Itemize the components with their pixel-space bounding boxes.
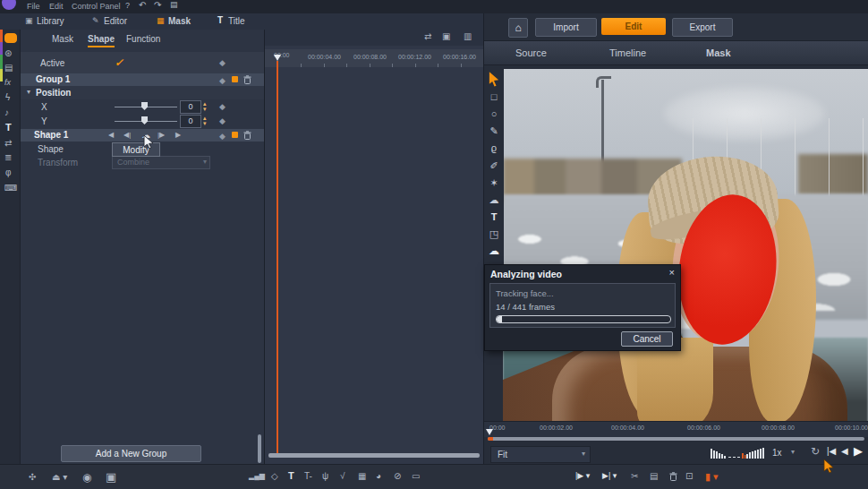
tab-editor[interactable]: Editor — [104, 16, 127, 26]
playhead-marker[interactable] — [274, 55, 281, 61]
tab-library[interactable]: Library — [37, 16, 64, 26]
text-tool-icon[interactable]: T — [485, 209, 503, 225]
fx-icon[interactable]: fx — [4, 79, 11, 87]
zoom-level-widget[interactable] — [711, 448, 766, 459]
first-frame-icon[interactable]: |◀ — [827, 447, 836, 456]
import-button[interactable]: Import — [535, 18, 597, 37]
prev-frame-icon[interactable]: ◀| — [123, 132, 131, 139]
split-icon[interactable]: ✂ — [631, 472, 638, 481]
chart-icon[interactable]: ▂▄▆ — [249, 473, 265, 480]
help-icon[interactable]: ? — [125, 2, 130, 10]
shape1-solo-icon[interactable] — [232, 132, 238, 138]
tab-player-mask[interactable]: Mask — [706, 47, 731, 58]
film-icon[interactable]: ▤ — [650, 472, 658, 481]
transform-tool-icon[interactable]: ◳ — [485, 226, 503, 242]
pen-tool-icon[interactable]: ✎ — [485, 123, 503, 139]
brush-tool-icon[interactable]: ✐ — [485, 158, 503, 174]
group1-keyframe-icon[interactable]: ◆ — [219, 76, 226, 85]
copy-icon[interactable]: ▣ — [442, 32, 450, 41]
keyframe-diamond-icon[interactable]: ◇ — [271, 472, 278, 481]
add-group-button[interactable]: Add a New Group — [61, 445, 201, 462]
trash-icon[interactable] — [669, 472, 677, 481]
home-button[interactable]: ⌂ — [508, 18, 528, 38]
step-back-icon[interactable]: ◀ — [841, 447, 848, 456]
tab-mask[interactable]: Mask — [168, 16, 191, 26]
position-row[interactable]: ▾ Position — [21, 86, 264, 99]
shape1-trash-icon[interactable] — [243, 131, 251, 140]
sphere-icon[interactable]: ◕ — [376, 472, 381, 481]
edit-button[interactable]: Edit — [601, 18, 666, 35]
preview-playhead[interactable] — [486, 429, 493, 435]
x-slider-thumb[interactable] — [141, 102, 148, 110]
playhead-line[interactable] — [277, 61, 278, 453]
transform-dropdown[interactable]: Combine ▾ — [112, 156, 210, 169]
title-text-icon[interactable]: T — [288, 471, 294, 481]
loop-icon[interactable]: ↻ — [811, 446, 820, 457]
active-keyframe-icon[interactable]: ◆ — [219, 58, 226, 67]
x-stepper[interactable]: ▴▾ — [203, 101, 207, 112]
group1-row[interactable]: Group 1 ◆ — [21, 73, 264, 86]
y-keyframe-icon[interactable]: ◆ — [219, 116, 226, 125]
subtab-mask[interactable]: Mask — [52, 34, 73, 44]
y-value-field[interactable]: 0 — [180, 115, 201, 128]
group1-solo-icon[interactable] — [232, 76, 238, 82]
menu-edit[interactable]: Edit — [49, 2, 64, 11]
redo-icon[interactable]: ↷ — [154, 1, 161, 10]
shape1-row[interactable]: Shape 1 ◀ ◀| ☁ |▶ ▶ ◆ — [21, 129, 264, 142]
tab-player-timeline[interactable]: Timeline — [609, 47, 646, 58]
filmstrip-icon[interactable]: ▥ — [464, 32, 472, 41]
y-stepper[interactable]: ▴▾ — [203, 116, 207, 126]
seek-bar[interactable] — [488, 437, 864, 441]
next-frame-icon[interactable]: |▶ — [157, 132, 165, 139]
properties-scrollbar[interactable] — [258, 434, 261, 463]
snapshot-icon[interactable]: ⊡ — [685, 472, 693, 481]
new-document-icon[interactable]: ▤ — [170, 1, 178, 9]
mark-out-icon[interactable]: ▶| ▾ — [602, 472, 617, 480]
nodes-icon[interactable]: ✣ — [29, 473, 36, 482]
fit-dropdown[interactable]: Fit ▾ — [490, 446, 591, 463]
mark-in-icon[interactable]: |▶ ▾ — [575, 472, 590, 480]
preview-ruler[interactable]: 00:00 00:00:02.00 00:00:04.00 00:00:06.0… — [484, 421, 868, 437]
pad-icon[interactable]: ⌨ — [4, 184, 17, 193]
ellipse-tool-icon[interactable]: ○ — [485, 106, 503, 122]
lasso-tool-icon[interactable]: ϱ — [485, 140, 503, 156]
x-value-field[interactable]: 0 — [180, 100, 201, 114]
rectangle-tool-icon[interactable]: □ — [485, 89, 503, 105]
play-icon[interactable]: ▶ — [854, 445, 863, 457]
battery-icon[interactable]: ▭ — [412, 472, 420, 481]
subtab-function[interactable]: Function — [126, 34, 160, 44]
layers-icon[interactable]: ≣ — [4, 153, 12, 162]
record-icon[interactable]: ◉ — [82, 472, 91, 483]
flash-icon[interactable]: ϟ — [5, 93, 10, 102]
undo-icon[interactable]: ↶ — [139, 1, 146, 10]
duplicate-window-icon[interactable]: ▣ — [106, 471, 116, 483]
speed-value[interactable]: 1x — [772, 448, 782, 458]
clip-icon[interactable]: ⊘ — [394, 472, 401, 481]
cancel-button[interactable]: Cancel — [621, 331, 673, 347]
mask-tool-icon[interactable] — [4, 33, 17, 43]
video-preview[interactable] — [503, 69, 868, 430]
title-tool-icon[interactable]: T — [5, 123, 12, 133]
group1-trash-icon[interactable] — [243, 75, 251, 84]
subtitle-icon[interactable]: T- — [304, 472, 312, 481]
menu-control-panel[interactable]: Control Panel — [72, 2, 121, 11]
export-button[interactable]: Export — [672, 18, 733, 37]
speech-icon[interactable]: √ — [340, 472, 345, 481]
marker-icon[interactable]: ▮ ▾ — [705, 471, 719, 483]
sphere-tool-icon[interactable]: ⊛ — [4, 49, 12, 58]
subtab-shape[interactable]: Shape — [88, 34, 115, 47]
speed-caret[interactable]: ▾ — [791, 448, 795, 456]
timeline-ruler[interactable]: 00:00 00:00:04.00 00:00:08.00 00:00:12.0… — [265, 49, 483, 67]
export-preset-icon[interactable]: ⏏ ▾ — [52, 473, 67, 482]
shape1-keyframe-icon[interactable]: ◆ — [219, 132, 226, 141]
freeform-tool-icon[interactable]: ☁ — [485, 243, 503, 259]
grid-icon[interactable]: ▦ — [358, 472, 366, 481]
media-folder-icon[interactable]: ▤ — [4, 64, 13, 73]
magic-wand-icon[interactable]: ✶ — [485, 175, 503, 191]
dialog-close-icon[interactable]: × — [669, 267, 675, 278]
eraser-tool-icon[interactable]: ☁ — [485, 192, 503, 208]
mic-icon[interactable]: ψ — [322, 472, 328, 481]
timeline-hscrollbar[interactable] — [268, 453, 480, 458]
active-checkbox[interactable]: ✓ — [115, 56, 123, 69]
transition-icon[interactable]: ⇄ — [4, 139, 12, 148]
